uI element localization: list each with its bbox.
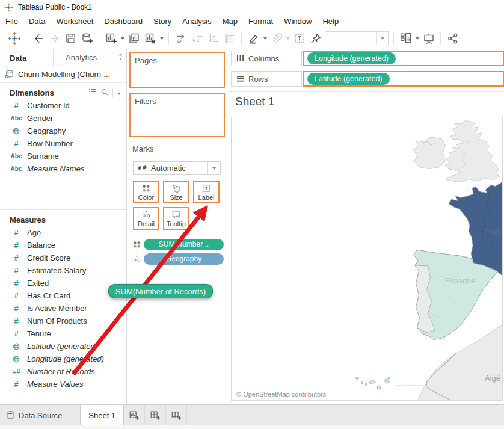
menu-format[interactable]: Format: [243, 16, 278, 27]
fix-axes-icon[interactable]: [307, 30, 324, 46]
columns-shelf[interactable]: Longitude (generated): [303, 51, 504, 66]
new-worksheet-caret-icon[interactable]: [119, 30, 126, 46]
group-members-caret-icon[interactable]: [284, 30, 291, 46]
color-button[interactable]: Color: [133, 181, 159, 203]
pane-divider[interactable]: [229, 49, 229, 404]
menu-dashboard[interactable]: Dashboard: [99, 16, 148, 27]
globe-icon: [7, 355, 25, 363]
find-field-icon[interactable]: [100, 88, 109, 98]
back-icon[interactable]: [30, 30, 46, 46]
tooltip-button[interactable]: Tooltip: [163, 207, 189, 230]
field-exited[interactable]: #Exited: [0, 277, 126, 289]
field-geography[interactable]: Geography: [0, 125, 126, 137]
mark-type-dropdown[interactable]: Automatic: [133, 161, 221, 175]
field-tenure[interactable]: #Tenure: [0, 327, 126, 340]
swap-axes-icon[interactable]: [173, 30, 189, 46]
menu-story[interactable]: Story: [148, 16, 177, 27]
highlight-caret-icon[interactable]: [262, 30, 268, 46]
field-row-number[interactable]: #Row Number: [0, 137, 126, 150]
marks-pill-row: Geography: [132, 253, 224, 265]
forward-icon[interactable]: [46, 30, 63, 46]
menu-map[interactable]: Map: [217, 16, 243, 27]
sort-descending-icon[interactable]: [205, 30, 221, 46]
pane-section-divider[interactable]: [0, 209, 126, 210]
field-estimated-salary[interactable]: #Estimated Salary: [0, 264, 126, 277]
field-customer-id[interactable]: #Customer Id: [0, 99, 126, 112]
pill-latitude-generated[interactable]: Latitude (generated): [307, 73, 390, 85]
field-number-of-records[interactable]: =#Number of Records: [0, 365, 126, 378]
label-button[interactable]: Label: [193, 181, 220, 203]
field-longitude-generated[interactable]: Longitude (generated): [0, 353, 126, 365]
europe-map[interactable]: Fran Espagne Algé: [232, 117, 502, 400]
filters-title: Filters: [135, 97, 156, 106]
menu-worksheet[interactable]: Worksheet: [51, 16, 99, 27]
tab-data-source[interactable]: Data Source: [0, 405, 72, 425]
tab-analytics[interactable]: Analytics: [53, 49, 126, 66]
tab-analytics-label: Analytics: [66, 53, 97, 62]
rows-icon: [236, 75, 244, 82]
totals-icon[interactable]: [221, 30, 238, 46]
clear-sheet-icon[interactable]: [142, 30, 158, 46]
number-field-icon: #: [7, 329, 25, 338]
dragged-pill-sum-number-of-records[interactable]: SUM(Number of Records): [108, 284, 213, 298]
pane-swap-icon[interactable]: [118, 53, 123, 63]
menu-help[interactable]: Help: [317, 16, 344, 27]
pages-shelf[interactable]: Pages: [129, 52, 225, 88]
pill-longitude-generated[interactable]: Longitude (generated): [307, 52, 396, 64]
menu-data[interactable]: Data: [23, 16, 51, 27]
field-num-of-products[interactable]: #Num Of Products: [0, 315, 126, 327]
field-age[interactable]: #Age: [0, 226, 126, 239]
presentation-mode-icon[interactable]: [420, 30, 437, 46]
window-title: Tableau Public - Book1: [18, 3, 92, 11]
field-has-cr-card[interactable]: #Has Cr Card: [0, 289, 126, 302]
show-mark-labels-icon[interactable]: [291, 30, 307, 46]
fit-selector[interactable]: [325, 31, 389, 45]
number-field-icon: #: [7, 241, 25, 250]
tableau-app-icon: [4, 3, 13, 12]
number-field-icon: #: [7, 279, 25, 288]
group-members-icon[interactable]: [268, 30, 284, 46]
add-datasource-icon[interactable]: [79, 30, 95, 46]
filters-shelf[interactable]: Filters: [129, 93, 225, 137]
field-surname[interactable]: AbcSurname: [0, 150, 126, 162]
sort-ascending-icon[interactable]: [189, 30, 205, 46]
field-measure-names[interactable]: AbcMeasure Names: [0, 162, 126, 175]
color-icon: [132, 240, 142, 249]
new-dashboard-tab-icon[interactable]: [145, 405, 166, 425]
field-gender[interactable]: AbcGender: [0, 112, 126, 125]
menu-analysis[interactable]: Analysis: [177, 16, 217, 27]
view-as-list-icon[interactable]: [88, 88, 97, 97]
field-balance[interactable]: #Balance: [0, 239, 126, 252]
detail-button[interactable]: Detail: [133, 207, 159, 230]
show-me-caret-icon[interactable]: [414, 30, 420, 46]
show-me-icon[interactable]: [398, 30, 414, 46]
field-measure-values[interactable]: #Measure Values: [0, 378, 126, 390]
tableau-logo-icon[interactable]: [6, 30, 22, 46]
size-button[interactable]: Size: [163, 181, 189, 203]
mark-type-caret-icon[interactable]: [207, 162, 220, 174]
new-story-tab-icon[interactable]: [166, 405, 187, 425]
pane-divider[interactable]: [126, 49, 127, 404]
marks-pill-sum-number[interactable]: SUM(Number ..: [144, 239, 224, 250]
field-is-active-member[interactable]: #Is Active Member: [0, 302, 126, 315]
map-view[interactable]: Fran Espagne Algé © OpenStreetMap contri…: [231, 117, 503, 401]
new-worksheet-icon[interactable]: [103, 30, 119, 46]
rows-shelf[interactable]: Latitude (generated): [303, 71, 504, 87]
tab-sheet-1[interactable]: Sheet 1: [80, 405, 124, 425]
field-credit-score[interactable]: #Credit Score: [0, 252, 126, 264]
field-latitude-generated[interactable]: Latitude (generated): [0, 340, 126, 353]
map-channel-island: [468, 189, 470, 191]
clear-sheet-caret-icon[interactable]: [158, 30, 165, 46]
dimensions-menu-caret-icon[interactable]: [117, 88, 121, 97]
marks-pill-geography[interactable]: Geography: [144, 253, 224, 265]
new-worksheet-tab-icon[interactable]: [124, 405, 145, 425]
menu-window[interactable]: Window: [278, 16, 317, 27]
highlight-icon[interactable]: [245, 30, 262, 46]
datasource-row[interactable]: Churn Modelling (Churn-...: [0, 66, 126, 83]
menu-file[interactable]: File: [0, 16, 23, 27]
fit-selector-caret-icon[interactable]: [376, 32, 388, 45]
save-icon[interactable]: [63, 30, 79, 46]
duplicate-sheet-icon[interactable]: [126, 30, 142, 46]
tab-data[interactable]: Data: [0, 49, 53, 66]
share-icon[interactable]: [444, 30, 461, 46]
